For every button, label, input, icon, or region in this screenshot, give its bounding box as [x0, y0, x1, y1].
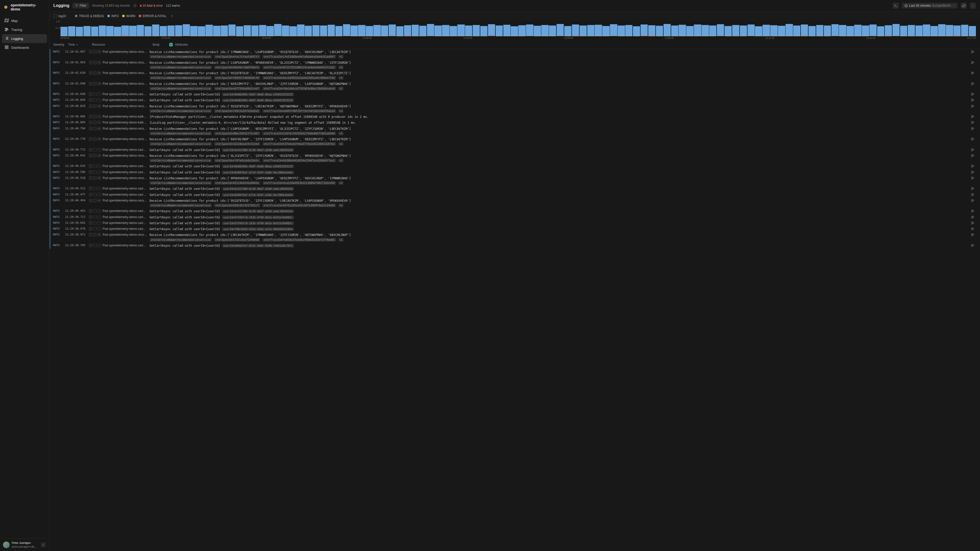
log-row[interactable]: INFO 11:20:42.897 ☰◯✚ Pod opentelemetry-… — [50, 49, 980, 60]
histogram-bar[interactable] — [366, 26, 373, 36]
histogram-bar[interactable] — [251, 25, 259, 36]
histogram-bar[interactable] — [686, 26, 694, 36]
attribute-chip[interactable]: otelServiceName=recommendationservice — [150, 159, 212, 162]
trace-link-button[interactable] — [971, 164, 976, 168]
attribute-chip[interactable]: userId=dc417380-8c30-48a7-a5d8-aebc28636… — [222, 187, 294, 191]
severity-filter-red[interactable]: ERROR & FATAL — [139, 14, 166, 18]
histogram-bar[interactable] — [732, 25, 739, 36]
log-row[interactable]: INFO 11:20:38.978 ☰〰〰 Pod opentelemetry-… — [50, 226, 980, 232]
attribute-chip[interactable]: otelServiceName=recommendationservice — [150, 238, 212, 241]
col-resource[interactable]: Resource — [92, 43, 151, 46]
attribute-chip[interactable]: otelTraceId=f8e24bbcdf782963e96ec39d560c… — [262, 87, 336, 90]
histogram-bar[interactable] — [885, 25, 892, 36]
histogram-bar[interactable] — [404, 25, 411, 36]
histogram-bar[interactable] — [755, 26, 762, 36]
time-range-picker[interactable]: Last 30 minutes Europe/Berlin — [902, 3, 958, 8]
histogram-bar[interactable] — [373, 25, 380, 36]
histogram-bar[interactable] — [457, 24, 465, 36]
attribute-chip[interactable]: otelTraceId=eb09ff00576ff3e1341583106970… — [262, 109, 336, 113]
histogram-bar[interactable] — [709, 25, 716, 36]
trace-link-button[interactable] — [971, 50, 976, 54]
attribute-more[interactable]: +1 — [339, 142, 344, 146]
histogram-bar[interactable] — [587, 25, 594, 36]
histogram-bar[interactable] — [862, 25, 869, 36]
histogram-bar[interactable] — [938, 24, 945, 36]
histogram-bar[interactable] — [648, 25, 655, 36]
histogram-bar[interactable] — [870, 24, 877, 36]
histogram-bar[interactable] — [290, 26, 297, 36]
trace-link-button[interactable] — [971, 98, 976, 103]
histogram-bar[interactable] — [503, 25, 511, 36]
histogram-bar[interactable] — [274, 24, 281, 36]
histogram-bar[interactable] — [465, 25, 472, 36]
histogram-bar[interactable] — [534, 26, 541, 36]
histogram-bar[interactable] — [969, 26, 976, 36]
trace-link-button[interactable] — [971, 82, 976, 86]
histogram-bar[interactable] — [335, 26, 342, 36]
histogram-bar[interactable] — [915, 25, 923, 36]
attribute-chip[interactable]: userId=b94d2fef-8fd1-4dd1-9108-fa931a8c7… — [222, 244, 294, 248]
histogram-bar[interactable] — [343, 24, 350, 36]
histogram-bar[interactable] — [91, 27, 98, 36]
histogram-bar[interactable] — [602, 26, 609, 36]
histogram-bar[interactable] — [839, 25, 846, 36]
trace-link-button[interactable] — [971, 227, 976, 231]
histogram-bar[interactable] — [778, 26, 785, 36]
attribute-chip[interactable]: otelSpanId=efac7cfaafa697f2 — [214, 55, 260, 59]
sidebar-item-logging[interactable]: Logging — [2, 34, 47, 43]
trace-link-button[interactable] — [971, 71, 976, 76]
attribute-more[interactable]: +1 — [339, 87, 344, 90]
attribute-chip[interactable]: otelServiceName=recommendationservice — [150, 109, 212, 113]
trace-link-button[interactable] — [971, 221, 976, 225]
attribute-chip[interactable]: otelServiceName=recommendationservice — [150, 181, 212, 185]
log-row[interactable]: INFO 11:20:40.641 ☰◯✚ Pod opentelemetry-… — [50, 153, 980, 164]
histogram-bar[interactable] — [221, 25, 228, 36]
close-circle-icon[interactable] — [133, 4, 137, 7]
attribute-chip[interactable]: otelTraceId=6b386eb63d354e25467ac8200b8f… — [262, 159, 336, 162]
sidebar-item-map[interactable]: Map — [2, 16, 47, 25]
attribute-chip[interactable]: otelTraceId=87157553388314cde4dee6b6453f… — [262, 65, 336, 69]
avatar[interactable] — [3, 541, 10, 548]
histogram-bar[interactable] — [595, 25, 602, 36]
histogram-bar[interactable] — [152, 24, 159, 36]
histogram-bar[interactable] — [663, 24, 671, 36]
menu-button[interactable] — [970, 3, 976, 9]
histogram-bar[interactable] — [121, 25, 129, 36]
clear-filter-button[interactable]: × — [170, 14, 174, 18]
histogram-bar[interactable] — [350, 25, 358, 36]
attribute-chip[interactable]: userId=6b88209e-4b87-4bd6-86aa-e93052353… — [222, 98, 294, 102]
histogram-bar[interactable] — [381, 25, 388, 36]
histogram-bar[interactable] — [419, 26, 426, 36]
histogram-bar[interactable] — [450, 26, 457, 36]
histogram-bar[interactable] — [320, 25, 327, 36]
log-row[interactable]: INFO 11:20:40.596 ☰〰〰 Pod opentelemetry-… — [50, 170, 980, 176]
histogram-bar[interactable] — [633, 26, 640, 36]
log-rows[interactable]: INFO 11:20:42.897 ☰◯✚ Pod opentelemetry-… — [49, 49, 980, 551]
histogram-bar[interactable] — [190, 26, 197, 36]
log-row[interactable]: INFO 11:20:40.633 ☰〰〰 Pod opentelemetry-… — [50, 164, 980, 169]
histogram-bar[interactable] — [557, 24, 564, 36]
histogram-bar[interactable] — [572, 24, 579, 36]
histogram-bar[interactable] — [175, 25, 182, 36]
warn-count-pill[interactable]: 112 warns — [166, 4, 180, 7]
histogram-bar[interactable] — [923, 24, 930, 36]
histogram-bar[interactable] — [793, 25, 800, 36]
histogram-bar[interactable] — [266, 26, 274, 36]
histogram-bar[interactable] — [427, 24, 434, 36]
histogram-bar[interactable] — [526, 24, 533, 36]
histogram-bar[interactable] — [541, 25, 549, 36]
log-row[interactable]: INFO 11:20:40.772 ☰〰〰 Pod opentelemetry-… — [50, 147, 980, 153]
histogram-bar[interactable] — [816, 25, 823, 36]
histogram-bar[interactable] — [228, 24, 235, 36]
attribute-chip[interactable]: otelSpanId=74915a36f63bd5d2 — [214, 109, 260, 113]
trace-link-button[interactable] — [971, 148, 976, 152]
histogram-bar[interactable] — [114, 27, 121, 36]
severity-filter-blue[interactable]: INFO — [107, 14, 119, 18]
histogram-bar[interactable] — [824, 25, 831, 36]
histogram-bar[interactable] — [412, 25, 419, 36]
histogram-bar[interactable] — [854, 25, 861, 36]
log-row[interactable]: INFO 11:20:40.518 ☰◯✚ Pod opentelemetry-… — [50, 176, 980, 186]
attribute-more[interactable]: +1 — [339, 159, 344, 162]
trace-link-button[interactable] — [971, 154, 976, 158]
attribute-chip[interactable]: otelServiceName=recommendationservice — [150, 142, 212, 146]
